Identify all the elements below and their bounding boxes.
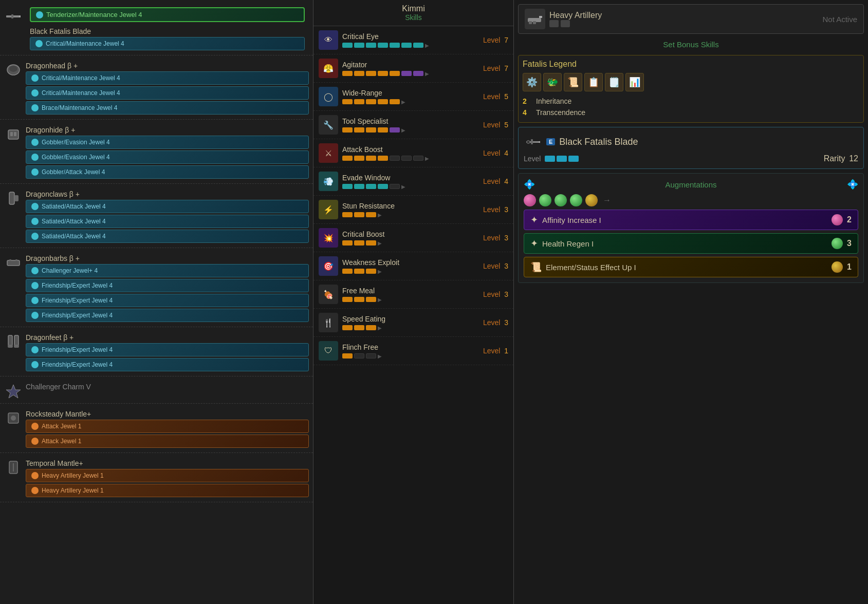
jewel-dot [31,139,39,146]
skill-bars: ▶ [342,269,473,274]
equipment-name-legs: Dragonfeet β + [26,330,309,342]
skill-bar-filled [342,156,353,161]
skill-level-value: 7 [504,36,508,44]
equipment-row-charm: Challenger Charm V [0,376,313,404]
fl-skill-num-transcendence: 4 [523,108,533,117]
jewel-name: Tenderizer/Maintenance Jewel 4 [46,11,142,18]
jewel-dot [31,361,39,368]
skill-bar-arrow: ▶ [378,212,385,217]
weapon-level-label: Level [524,155,541,163]
svg-rect-16 [14,345,19,348]
skill-level: Level 3 [477,290,508,298]
fl-icon-5: 🗒️ [605,73,623,91]
skill-info: Speed Eating ▶ [342,315,473,330]
augment-name-affinity: Affinity Increase I [542,216,827,224]
heavy-artillery-icon [525,9,545,29]
jewel-name: Gobbler/Attack Jewel 4 [42,168,105,176]
skill-bars: ▶ [342,156,473,161]
skill-row-stun-resistance: ⚡ Stun Resistance ▶ Level 3 [313,196,513,224]
skill-bar-filled [401,43,412,48]
jewel-name: Brace/Maintenance Jewel 4 [42,104,117,111]
weapon-header: E Black Fatalis Blade [524,133,858,151]
skill-bars: ▶ [342,43,473,48]
skill-bar-filled [366,71,376,76]
skill-bar-arrow: ▶ [378,353,385,358]
wl-bar-3 [568,156,579,162]
jewel-dot [31,423,39,430]
skill-name: Evade Window [342,174,473,182]
skill-bar-filled [342,297,353,302]
skill-info: Critical Eye ▶ [342,32,473,48]
augment-icon-health: ✦ [530,238,538,249]
skill-level-value: 3 [504,262,508,270]
jewel-dot [31,233,39,240]
augment-name-health: Health Regen I [542,239,827,248]
skill-bar-filled [413,43,423,48]
svg-rect-23 [539,16,542,18]
skill-bar-filled [342,353,353,358]
skill-level: Level 5 [477,121,508,129]
svg-rect-28 [531,139,533,144]
skill-bar-arrow: ▶ [401,184,409,189]
skill-bar-filled [342,184,353,189]
skill-icon-stun-resistance: ⚡ [319,200,338,219]
skill-bar-filled [354,99,364,104]
skill-bar-arrow: ▶ [425,71,432,76]
jewel-slot: Satiated/Attack Jewel 4 [26,200,309,213]
fl-skill-name-inheritance: Inheritance [536,97,571,105]
weapon-level-row: Level Rarity 12 [524,154,858,163]
fatalis-legend-title: Fatalis Legend [523,60,859,69]
fl-icon-1: ⚙️ [523,73,541,91]
heavy-artillery-status: Not Active [822,15,857,24]
jewel-slot: Critical/Maintenance Jewel 4 [30,37,305,50]
fl-skill-transcendence: 4 Transcendence [523,107,859,118]
augment-row-affinity: ✦ Affinity Increase I 2 [524,210,858,230]
skill-bar-filled [390,99,400,104]
skill-icon-tool-specialist: 🔧 [319,115,338,135]
jewel-dot [31,297,39,304]
skill-bar-filled [354,43,364,48]
equipment-name-weapon: Black Fatalis Blade [30,24,305,35]
skill-bars: ▶ [342,353,473,358]
skill-bar-arrow: ▶ [401,127,409,133]
skill-icon-critical-boost: 💥 [319,228,338,248]
jewel-name: Critical/Maintenance Jewel 4 [46,40,124,47]
jewel-slot: Heavy Artillery Jewel 1 [26,469,309,482]
skill-icon-attack-boost: ⚔ [319,143,338,163]
jewel-name: Satiated/Attack Jewel 4 [42,233,106,240]
jewel-name: Gobbler/Evasion Jewel 4 [42,154,110,161]
fl-skill-num-inheritance: 2 [523,97,533,105]
skill-level-value: 3 [504,318,508,327]
jewel-name: Gobbler/Evasion Jewel 4 [42,139,110,146]
svg-rect-13 [8,335,12,346]
augment-gem-health [832,238,843,249]
jewel-slot: Heavy Artillery Jewel 1 [26,484,309,497]
svg-rect-12 [15,259,17,261]
skill-info: Weakness Exploit ▶ [342,258,473,274]
arms-equipment-icon [4,189,23,207]
skill-level-value: 3 [504,290,508,298]
skill-level-value: 5 [504,121,508,129]
skill-info: Tool Specialist ▶ [342,117,473,133]
skill-info: Agitator ▶ [342,61,473,76]
legs-equipment-icon [4,332,23,351]
skill-bar-arrow: ▶ [401,99,409,104]
jewel-slot: Critical/Maintenance Jewel 4 [26,86,309,100]
skill-bars: ▶ [342,127,473,133]
skill-bar-filled [354,240,364,246]
skill-bar-arrow: ▶ [378,240,385,246]
skill-row-wide-range: ◯ Wide-Range ▶ Level 5 [313,83,513,111]
equipment-row-mantle1: Rocksteady Mantle+ Attack Jewel 1 Attack… [0,404,313,453]
skill-level: Level 3 [477,205,508,214]
weapon-level-bars [545,156,579,162]
skill-row-flinch-free: 🛡 Flinch Free ▶ Level 1 [313,337,513,365]
skill-bar-filled [366,212,376,217]
augment-row-element: 📜 Element/Status Effect Up I 1 [524,257,858,277]
jewel-slot: Brace/Maintenance Jewel 4 [26,101,309,115]
jewel-name: Challenger Jewel+ 4 [42,267,98,274]
svg-rect-2 [11,14,13,18]
skill-row-weakness-exploit: 🎯 Weakness Exploit ▶ Level 3 [313,252,513,280]
jewel-dot [31,89,39,97]
jewel-dot [31,168,39,176]
jewel-dot [31,104,39,111]
